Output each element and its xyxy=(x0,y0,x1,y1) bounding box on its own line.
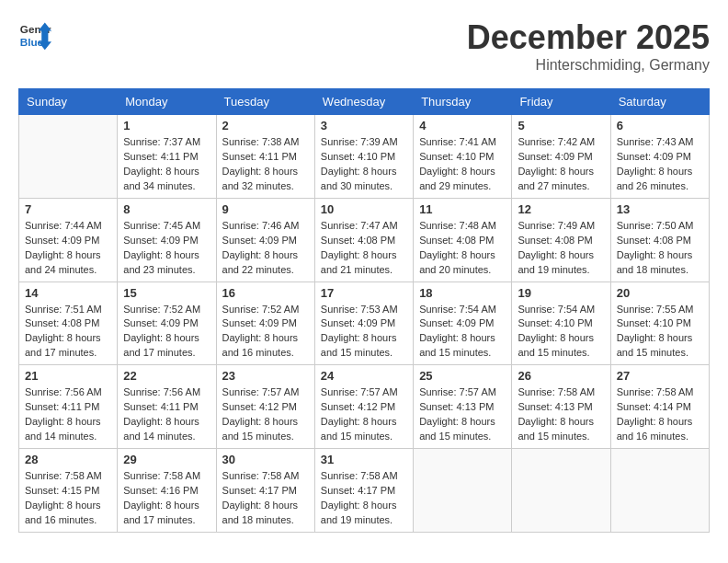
day-number: 22 xyxy=(123,369,210,383)
calendar-table: SundayMondayTuesdayWednesdayThursdayFrid… xyxy=(18,88,710,533)
weekday-header-sunday: Sunday xyxy=(19,89,118,115)
day-cell: 1Sunrise: 7:37 AM Sunset: 4:11 PM Daylig… xyxy=(118,115,216,199)
day-cell: 30Sunrise: 7:58 AM Sunset: 4:17 PM Dayli… xyxy=(216,449,314,533)
day-info: Sunrise: 7:46 AM Sunset: 4:09 PM Dayligh… xyxy=(222,219,309,278)
day-cell: 14Sunrise: 7:51 AM Sunset: 4:08 PM Dayli… xyxy=(19,282,118,365)
day-cell: 5Sunrise: 7:42 AM Sunset: 4:09 PM Daylig… xyxy=(512,115,610,199)
day-number: 5 xyxy=(518,119,604,132)
day-cell: 21Sunrise: 7:56 AM Sunset: 4:11 PM Dayli… xyxy=(19,365,118,449)
day-number: 6 xyxy=(617,119,703,132)
day-info: Sunrise: 7:58 AM Sunset: 4:16 PM Dayligh… xyxy=(123,469,210,528)
day-cell: 10Sunrise: 7:47 AM Sunset: 4:08 PM Dayli… xyxy=(314,198,413,282)
day-number: 30 xyxy=(222,453,309,466)
day-cell: 24Sunrise: 7:57 AM Sunset: 4:12 PM Dayli… xyxy=(314,365,413,449)
day-cell: 29Sunrise: 7:58 AM Sunset: 4:16 PM Dayli… xyxy=(118,449,216,533)
week-row-2: 14Sunrise: 7:51 AM Sunset: 4:08 PM Dayli… xyxy=(19,282,710,365)
day-number: 23 xyxy=(222,369,309,383)
day-cell: 28Sunrise: 7:58 AM Sunset: 4:15 PM Dayli… xyxy=(19,449,118,533)
day-cell: 26Sunrise: 7:58 AM Sunset: 4:13 PM Dayli… xyxy=(512,365,610,449)
day-number: 19 xyxy=(518,286,604,300)
day-number: 29 xyxy=(123,453,210,466)
day-info: Sunrise: 7:58 AM Sunset: 4:17 PM Dayligh… xyxy=(222,469,309,528)
day-info: Sunrise: 7:54 AM Sunset: 4:09 PM Dayligh… xyxy=(419,303,506,362)
day-number: 14 xyxy=(25,286,111,300)
day-info: Sunrise: 7:58 AM Sunset: 4:17 PM Dayligh… xyxy=(321,469,407,528)
weekday-header-thursday: Thursday xyxy=(414,89,512,115)
day-number: 16 xyxy=(222,286,309,300)
day-info: Sunrise: 7:58 AM Sunset: 4:15 PM Dayligh… xyxy=(25,469,111,528)
svg-text:Blue: Blue xyxy=(20,36,44,48)
day-info: Sunrise: 7:44 AM Sunset: 4:09 PM Dayligh… xyxy=(25,219,111,278)
day-cell: 2Sunrise: 7:38 AM Sunset: 4:11 PM Daylig… xyxy=(216,115,314,199)
week-row-4: 28Sunrise: 7:58 AM Sunset: 4:15 PM Dayli… xyxy=(19,449,710,533)
day-number: 27 xyxy=(617,369,703,383)
day-number: 9 xyxy=(222,202,309,216)
logo: General Blue xyxy=(18,18,51,52)
weekday-header-tuesday: Tuesday xyxy=(216,89,314,115)
day-cell xyxy=(512,449,610,533)
day-cell: 19Sunrise: 7:54 AM Sunset: 4:10 PM Dayli… xyxy=(512,282,610,365)
logo-icon: General Blue xyxy=(18,18,51,52)
day-cell xyxy=(414,449,512,533)
title-area: December 2025 Hinterschmiding, Germany xyxy=(467,18,710,74)
week-row-0: 1Sunrise: 7:37 AM Sunset: 4:11 PM Daylig… xyxy=(19,115,710,199)
day-info: Sunrise: 7:38 AM Sunset: 4:11 PM Dayligh… xyxy=(222,135,309,194)
day-number: 24 xyxy=(321,369,407,383)
week-row-1: 7Sunrise: 7:44 AM Sunset: 4:09 PM Daylig… xyxy=(19,198,710,282)
day-info: Sunrise: 7:49 AM Sunset: 4:08 PM Dayligh… xyxy=(518,219,604,278)
day-info: Sunrise: 7:48 AM Sunset: 4:08 PM Dayligh… xyxy=(419,219,506,278)
day-number: 17 xyxy=(321,286,407,300)
day-info: Sunrise: 7:57 AM Sunset: 4:13 PM Dayligh… xyxy=(419,385,506,444)
day-info: Sunrise: 7:42 AM Sunset: 4:09 PM Dayligh… xyxy=(518,135,604,194)
weekday-header-wednesday: Wednesday xyxy=(314,89,413,115)
day-cell: 22Sunrise: 7:56 AM Sunset: 4:11 PM Dayli… xyxy=(118,365,216,449)
day-number: 8 xyxy=(123,202,210,216)
day-info: Sunrise: 7:45 AM Sunset: 4:09 PM Dayligh… xyxy=(123,219,210,278)
day-cell: 6Sunrise: 7:43 AM Sunset: 4:09 PM Daylig… xyxy=(610,115,709,199)
day-number: 25 xyxy=(419,369,506,383)
day-cell: 20Sunrise: 7:55 AM Sunset: 4:10 PM Dayli… xyxy=(610,282,709,365)
day-cell: 17Sunrise: 7:53 AM Sunset: 4:09 PM Dayli… xyxy=(314,282,413,365)
day-number: 7 xyxy=(25,202,111,216)
day-cell: 31Sunrise: 7:58 AM Sunset: 4:17 PM Dayli… xyxy=(314,449,413,533)
day-number: 20 xyxy=(617,286,703,300)
header: General Blue December 2025 Hinterschmidi… xyxy=(18,18,710,74)
day-cell: 4Sunrise: 7:41 AM Sunset: 4:10 PM Daylig… xyxy=(414,115,512,199)
day-number: 21 xyxy=(25,369,111,383)
day-info: Sunrise: 7:41 AM Sunset: 4:10 PM Dayligh… xyxy=(419,135,506,194)
day-number: 3 xyxy=(321,119,407,132)
weekday-header-friday: Friday xyxy=(512,89,610,115)
day-info: Sunrise: 7:58 AM Sunset: 4:13 PM Dayligh… xyxy=(518,385,604,444)
weekday-header-row: SundayMondayTuesdayWednesdayThursdayFrid… xyxy=(19,89,710,115)
day-cell xyxy=(610,449,709,533)
day-info: Sunrise: 7:55 AM Sunset: 4:10 PM Dayligh… xyxy=(617,303,703,362)
month-title: December 2025 xyxy=(467,18,710,57)
day-info: Sunrise: 7:54 AM Sunset: 4:10 PM Dayligh… xyxy=(518,303,604,362)
day-info: Sunrise: 7:47 AM Sunset: 4:08 PM Dayligh… xyxy=(321,219,407,278)
day-number: 12 xyxy=(518,202,604,216)
week-row-3: 21Sunrise: 7:56 AM Sunset: 4:11 PM Dayli… xyxy=(19,365,710,449)
day-number: 18 xyxy=(419,286,506,300)
day-info: Sunrise: 7:52 AM Sunset: 4:09 PM Dayligh… xyxy=(222,303,309,362)
day-number: 13 xyxy=(617,202,703,216)
day-number: 11 xyxy=(419,202,506,216)
day-cell: 13Sunrise: 7:50 AM Sunset: 4:08 PM Dayli… xyxy=(610,198,709,282)
day-number: 28 xyxy=(25,453,111,466)
day-cell: 8Sunrise: 7:45 AM Sunset: 4:09 PM Daylig… xyxy=(118,198,216,282)
weekday-header-monday: Monday xyxy=(118,89,216,115)
location-subtitle: Hinterschmiding, Germany xyxy=(467,57,710,74)
day-cell: 25Sunrise: 7:57 AM Sunset: 4:13 PM Dayli… xyxy=(414,365,512,449)
day-cell: 16Sunrise: 7:52 AM Sunset: 4:09 PM Dayli… xyxy=(216,282,314,365)
weekday-header-saturday: Saturday xyxy=(610,89,709,115)
day-cell: 3Sunrise: 7:39 AM Sunset: 4:10 PM Daylig… xyxy=(314,115,413,199)
day-cell: 11Sunrise: 7:48 AM Sunset: 4:08 PM Dayli… xyxy=(414,198,512,282)
day-info: Sunrise: 7:39 AM Sunset: 4:10 PM Dayligh… xyxy=(321,135,407,194)
day-cell: 27Sunrise: 7:58 AM Sunset: 4:14 PM Dayli… xyxy=(610,365,709,449)
day-cell: 7Sunrise: 7:44 AM Sunset: 4:09 PM Daylig… xyxy=(19,198,118,282)
day-number: 1 xyxy=(123,119,210,132)
day-number: 2 xyxy=(222,119,309,132)
day-info: Sunrise: 7:57 AM Sunset: 4:12 PM Dayligh… xyxy=(222,385,309,444)
day-info: Sunrise: 7:50 AM Sunset: 4:08 PM Dayligh… xyxy=(617,219,703,278)
day-number: 31 xyxy=(321,453,407,466)
day-cell: 18Sunrise: 7:54 AM Sunset: 4:09 PM Dayli… xyxy=(414,282,512,365)
